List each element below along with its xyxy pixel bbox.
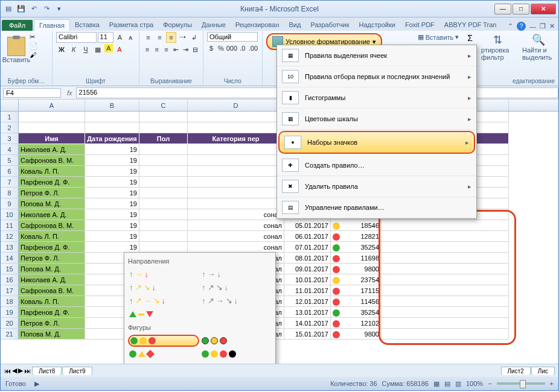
cell[interactable]: 23754 [331,274,382,285]
autosum-icon[interactable]: Σ [467,33,473,43]
font-name-combo[interactable]: Calibri [56,32,97,43]
cf-databars[interactable]: ▮Гистограммы▸ [277,87,476,109]
ribbon-min-icon[interactable]: ⌃ [508,22,513,30]
cell[interactable] [382,242,509,253]
column-header[interactable]: C [139,100,188,111]
row-header[interactable]: 17 [1,285,19,296]
cell[interactable]: Пол [139,133,188,144]
view-layout-icon[interactable]: ▤ [444,380,450,388]
indent-dec-icon[interactable]: ⇤ [171,44,180,55]
name-box[interactable]: F4 [3,88,61,98]
cell[interactable]: Попова М. Д. [19,264,85,274]
bold-button[interactable]: Ж [56,44,67,55]
cell[interactable]: Коваль Л. П. [19,296,85,307]
cell[interactable]: сонал [188,242,284,253]
cell[interactable]: Парфенов Д. Ф. [19,242,85,253]
tab-nav-first-icon[interactable]: ⏮ [4,367,11,375]
cell[interactable] [139,198,188,209]
cell[interactable]: 12102 [331,318,382,329]
cell[interactable]: 9800 [331,264,382,274]
cell[interactable] [139,155,188,166]
undo-icon[interactable]: ↶ [28,4,39,14]
insert-cells-button[interactable]: ▦ Вставить▾ [418,33,459,41]
cell[interactable] [382,253,509,264]
cell[interactable] [139,231,188,242]
ribbon-tab[interactable]: Данные [197,19,231,31]
iconset-5arrows-colored[interactable]: ↑↗→↘↓ [128,295,199,307]
number-format-combo[interactable]: Общий [207,32,258,42]
row-header[interactable]: 18 [1,296,19,307]
iconset-5arrows-gray[interactable]: ↑↗→↘↓ [200,295,272,307]
cell[interactable]: 06.01.2017 [284,231,331,242]
cell[interactable]: 19 [85,188,139,198]
save-icon[interactable]: 💾 [16,4,27,14]
row-header[interactable]: 6 [1,166,19,177]
cell[interactable]: 35254 [331,242,382,253]
cf-new-rule[interactable]: ✚Создать правило… [277,155,476,176]
iconset-3trafficlights-unrimmed[interactable] [128,335,199,347]
cell[interactable]: Сафронова В. М. [19,285,85,296]
ribbon-tab[interactable]: Надстройки [354,19,400,31]
cell[interactable] [188,177,284,188]
cell[interactable] [19,122,85,133]
cell[interactable] [382,220,509,231]
merge-icon[interactable]: ⊟ [191,44,199,55]
font-size-combo[interactable]: 11 [98,32,114,43]
align-middle-icon[interactable]: ≡ [155,32,165,43]
cell[interactable]: 11456 [331,296,382,307]
find-select-button[interactable]: 🔍 Найти и выделить [522,33,555,61]
cell[interactable]: Парфенов Д. Ф. [19,177,85,188]
row-header[interactable]: 8 [1,188,19,198]
cell[interactable]: сонал [188,209,284,220]
mdi-minimize-icon[interactable]: — [529,23,536,30]
cell[interactable] [139,112,188,122]
cell[interactable]: Петров Ф. Л. [19,253,85,264]
cell[interactable] [382,274,509,285]
cell[interactable] [19,112,85,122]
inc-decimal-icon[interactable]: .0 [238,43,247,54]
ribbon-tab[interactable]: Разметка стра [104,19,158,31]
cell[interactable]: 19 [85,155,139,166]
cf-highlight-cells[interactable]: ▦Правила выделения ячеек▸ [277,45,476,66]
close-button[interactable]: ✕ [531,4,556,14]
cell[interactable] [382,231,509,242]
cell[interactable] [139,144,188,155]
cell[interactable] [188,122,284,133]
paste-button[interactable]: Вставить [4,32,28,68]
sheet-tab[interactable]: Лист8 [32,367,62,375]
row-header[interactable]: 11 [1,220,19,231]
mdi-close-icon[interactable]: ✕ [549,22,555,30]
iconset-4trafficlights[interactable] [200,348,272,360]
cell[interactable]: Попова М. Д. [19,329,85,340]
cell[interactable]: Николаев А. Д. [19,144,85,155]
cell[interactable] [188,144,284,155]
view-pagebreak-icon[interactable]: ▥ [455,380,461,388]
fill-color-icon[interactable]: A [104,44,113,52]
underline-button[interactable]: Ч [80,44,91,55]
cell[interactable] [382,329,509,340]
qat-more-icon[interactable]: ▾ [54,4,65,14]
cell[interactable]: 35254 [331,307,382,318]
row-header[interactable]: 10 [1,209,19,220]
border-icon[interactable]: ▦ [92,44,103,55]
fx-icon[interactable]: fx [63,89,76,96]
cell[interactable] [382,264,509,274]
cell[interactable] [188,112,284,122]
cell[interactable] [85,112,139,122]
cell[interactable]: 11.01.2017 [284,285,331,296]
sheet-tab[interactable]: Лис [531,367,555,375]
cell[interactable]: Попова М. Д. [19,198,85,209]
cell[interactable]: 09.01.2017 [284,264,331,274]
mdi-restore-icon[interactable]: ❐ [540,22,546,30]
zoom-in-icon[interactable]: + [550,380,554,387]
ribbon-tab[interactable]: Главная [34,19,70,31]
iconset-3triangles[interactable] [128,308,199,320]
cell[interactable]: 08.01.2017 [284,253,331,264]
tab-nav-prev-icon[interactable]: ◀ [12,367,17,375]
cell[interactable]: 10.01.2017 [284,274,331,285]
ribbon-tab[interactable]: Формулы [158,19,197,31]
wrap-text-icon[interactable]: ↲ [189,32,199,43]
sheet-tab[interactable]: Лист2 [501,367,531,375]
cell[interactable]: Петров Ф. Л. [19,188,85,198]
iconset-3arrows-gray[interactable]: ↑→↓ [200,268,272,280]
